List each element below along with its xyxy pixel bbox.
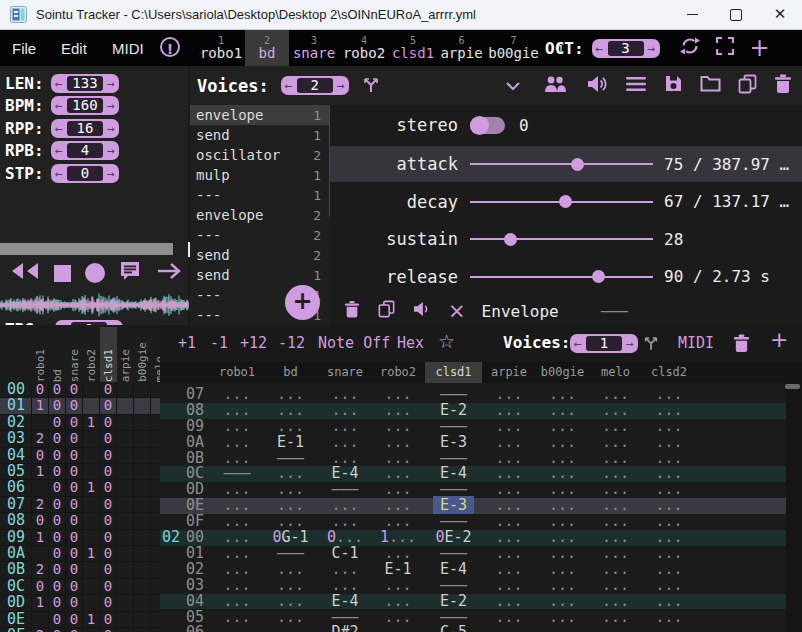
octave-stepper-decrement[interactable]: ← bbox=[592, 39, 608, 58]
order-cell[interactable] bbox=[117, 398, 134, 413]
track-voices-stepper-decrement[interactable]: ← bbox=[570, 334, 586, 353]
order-cell[interactable]: 0 bbox=[100, 595, 117, 610]
order-cell[interactable] bbox=[134, 595, 151, 610]
tracker-header-b00gie[interactable]: b00gie bbox=[536, 362, 589, 383]
tracker-row[interactable]: 0F............———............ bbox=[160, 514, 786, 530]
order-cell[interactable]: 0 bbox=[32, 579, 49, 594]
octave-stepper[interactable]: ←3→ bbox=[592, 39, 660, 58]
menu-edit[interactable]: Edit bbox=[61, 30, 87, 66]
play-button[interactable] bbox=[156, 261, 182, 285]
tracker-row[interactable]: 0A...E-1......E-3............ bbox=[160, 435, 786, 451]
order-cell[interactable]: 2 bbox=[32, 628, 49, 632]
order-cell[interactable]: 0 bbox=[49, 595, 66, 610]
add-track-icon[interactable]: + bbox=[750, 38, 770, 58]
copy-icon[interactable] bbox=[738, 74, 757, 98]
order-cell[interactable] bbox=[117, 562, 134, 577]
unit-row[interactable]: ---1 bbox=[190, 185, 330, 205]
order-cell[interactable]: 0 bbox=[66, 612, 83, 627]
tracker-row[interactable]: 01...———C-1...———............ bbox=[160, 546, 786, 562]
track-tab-arpie[interactable]: 6arpie bbox=[437, 30, 486, 66]
copy-unit-icon[interactable] bbox=[378, 300, 395, 322]
order-cell[interactable]: 2 bbox=[32, 497, 49, 512]
stepper-stp-increment[interactable]: → bbox=[103, 164, 119, 183]
order-cell[interactable]: 0 bbox=[66, 595, 83, 610]
order-cell[interactable] bbox=[83, 513, 100, 528]
stepper-len-decrement[interactable]: ← bbox=[51, 74, 67, 93]
order-cell[interactable]: 0 bbox=[49, 546, 66, 561]
order-cell[interactable] bbox=[151, 448, 160, 463]
param-row-attack[interactable]: attack75 / 387.97 … bbox=[330, 146, 802, 182]
order-cell[interactable] bbox=[117, 546, 134, 561]
tracker-row[interactable]: 0C———...E-4...E-4............ bbox=[160, 466, 786, 482]
order-cell[interactable]: 0 bbox=[49, 448, 66, 463]
order-cell[interactable] bbox=[83, 464, 100, 479]
tracker-header-robo1[interactable]: robo1 bbox=[212, 362, 262, 383]
order-cell[interactable] bbox=[134, 448, 151, 463]
order-cell[interactable]: 0 bbox=[32, 513, 49, 528]
slider-knob[interactable] bbox=[592, 270, 605, 283]
stepper-rpb-increment[interactable]: → bbox=[103, 141, 119, 160]
order-cell[interactable] bbox=[117, 595, 134, 610]
order-cell[interactable]: 0 bbox=[66, 415, 83, 430]
order-cell[interactable] bbox=[151, 431, 160, 446]
menu-file[interactable]: File bbox=[12, 30, 36, 66]
order-cell[interactable] bbox=[117, 464, 134, 479]
order-cell[interactable]: 0 bbox=[66, 464, 83, 479]
tracker-row[interactable]: 02.........E-1E-4............ bbox=[160, 562, 786, 578]
order-cell[interactable] bbox=[151, 513, 160, 528]
param-row-release[interactable]: release90 / 2.73 s bbox=[330, 259, 802, 295]
order-cell[interactable] bbox=[134, 530, 151, 545]
unit-comment-placeholder[interactable]: ——— bbox=[601, 302, 628, 320]
stepper-bpm-decrement[interactable]: ← bbox=[51, 96, 67, 115]
order-cell[interactable] bbox=[117, 513, 134, 528]
order-cell[interactable]: 0 bbox=[66, 579, 83, 594]
order-cell[interactable] bbox=[83, 497, 100, 512]
order-cell[interactable]: 0 bbox=[100, 480, 117, 495]
stepper-rpp-increment[interactable]: → bbox=[103, 119, 119, 138]
note-cell[interactable]: ... bbox=[642, 625, 696, 632]
order-cell[interactable]: 0 bbox=[49, 415, 66, 430]
unit-row[interactable]: envelope2 bbox=[190, 205, 330, 225]
order-header-robo1[interactable]: robo1 bbox=[32, 327, 49, 382]
order-cell[interactable]: 0 bbox=[66, 546, 83, 561]
order-cell[interactable] bbox=[117, 579, 134, 594]
transpose-down-button[interactable]: -1 bbox=[210, 333, 228, 353]
voice-split-icon[interactable] bbox=[361, 75, 381, 97]
comment-button[interactable] bbox=[118, 259, 142, 287]
order-header-bd[interactable]: bd bbox=[49, 327, 66, 382]
order-cell[interactable]: 0 bbox=[100, 562, 117, 577]
tracker-row[interactable]: 06......D#2...C-5............ bbox=[160, 625, 786, 632]
order-cell[interactable] bbox=[134, 513, 151, 528]
tracker-header-arpie[interactable]: arpie bbox=[482, 362, 536, 383]
order-cell[interactable]: 0 bbox=[49, 497, 66, 512]
order-cell[interactable] bbox=[83, 595, 100, 610]
order-cell[interactable]: 0 bbox=[100, 628, 117, 632]
order-cell[interactable]: 0 bbox=[100, 546, 117, 561]
order-cell[interactable] bbox=[151, 398, 160, 413]
tracker-row[interactable]: 04......E-4...E-2............ bbox=[160, 594, 786, 610]
order-cell[interactable]: 0 bbox=[49, 464, 66, 479]
order-cell[interactable] bbox=[117, 530, 134, 545]
order-cell[interactable] bbox=[83, 431, 100, 446]
order-cell[interactable]: 0 bbox=[32, 382, 49, 397]
order-cell[interactable]: 0 bbox=[49, 530, 66, 545]
order-cell[interactable]: 0 bbox=[66, 530, 83, 545]
stepper-len[interactable]: ←133→ bbox=[51, 74, 119, 93]
order-cell[interactable]: 0 bbox=[100, 448, 117, 463]
order-cell[interactable]: 1 bbox=[32, 398, 49, 413]
order-cell[interactable] bbox=[32, 612, 49, 627]
order-cell[interactable]: 0 bbox=[32, 448, 49, 463]
song-progress-bar[interactable] bbox=[0, 243, 173, 255]
unit-row[interactable]: mulp1 bbox=[190, 165, 330, 185]
track-tab-clsd1[interactable]: 5clsd1 bbox=[389, 30, 437, 66]
tracker-scrollbar-track[interactable] bbox=[786, 383, 802, 632]
tracker-header-bd[interactable]: bd bbox=[262, 362, 319, 383]
order-header-arpie[interactable]: arpie bbox=[117, 327, 134, 382]
stepper-rpb[interactable]: ←4→ bbox=[51, 141, 119, 160]
add-track-pattern-icon[interactable]: + bbox=[770, 330, 788, 350]
order-cell[interactable] bbox=[134, 480, 151, 495]
track-tab-robo1[interactable]: 1robo1 bbox=[197, 30, 245, 66]
note-off-button[interactable]: Note Off bbox=[318, 333, 390, 353]
order-cell[interactable]: 1 bbox=[83, 612, 100, 627]
order-cell[interactable] bbox=[117, 628, 134, 632]
